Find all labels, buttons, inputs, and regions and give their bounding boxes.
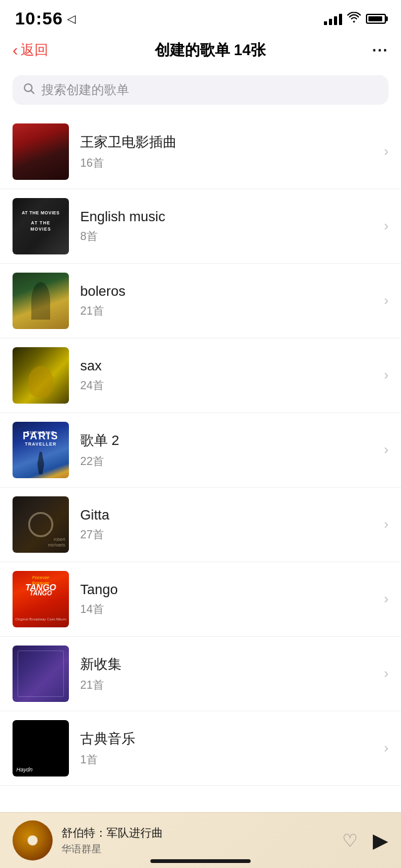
playlist-name: 古典音乐 [80, 729, 373, 748]
album-cover: EUPHONIC TRAVELLER PARIS [13, 422, 69, 478]
playlist-count: 24首 [80, 378, 373, 393]
playlist-name: Tango [80, 582, 373, 598]
chevron-right-icon: › [384, 442, 388, 458]
chevron-right-icon: › [384, 144, 388, 160]
album-cover [13, 273, 69, 329]
battery-fill [368, 16, 382, 21]
playlist-info: 新收集 21首 [80, 655, 373, 693]
playlist-info: boleros 21首 [80, 283, 373, 318]
search-icon [23, 82, 35, 98]
now-playing-artist: 华语群星 [61, 843, 333, 856]
list-item[interactable]: Forever TANGO Original Broadway Cast Alb… [0, 562, 401, 637]
signal-bar-2 [329, 19, 332, 25]
back-label: 返回 [21, 41, 48, 60]
playlist-count: 14首 [80, 602, 373, 617]
home-indicator [150, 859, 251, 863]
playlist-name: sax [80, 358, 373, 374]
play-button[interactable]: ▶ [373, 829, 388, 852]
heart-button[interactable]: ♡ [342, 830, 358, 851]
nav-title: 创建的歌单 14张 [155, 40, 266, 60]
chevron-right-icon: › [384, 740, 388, 756]
playlist-count: 1首 [80, 752, 373, 767]
playlist-name: Gitta [80, 507, 373, 523]
album-cover [13, 123, 69, 180]
playlist-info: 古典音乐 1首 [80, 729, 373, 767]
now-playing-controls: ♡ ▶ [342, 829, 388, 852]
search-container: 搜索创建的歌单 [0, 69, 401, 115]
cover-art: Haydn [13, 720, 69, 776]
album-cover: Forever TANGO Original Broadway Cast Alb… [13, 571, 69, 627]
chevron-right-icon: › [384, 293, 388, 309]
now-playing-title: 舒伯特：军队进行曲 [61, 825, 333, 840]
playlist-name: boleros [80, 283, 373, 300]
list-item[interactable]: 王家卫电影插曲 16首 › [0, 115, 401, 189]
signal-bar-4 [339, 14, 342, 25]
list-item[interactable]: boleros 21首 › [0, 264, 401, 338]
search-placeholder: 搜索创建的歌单 [41, 81, 129, 98]
cover-art: AT THEMOVIES [13, 198, 69, 254]
playlist-info: sax 24首 [80, 358, 373, 393]
chevron-left-icon: ‹ [13, 41, 18, 60]
back-button[interactable]: ‹ 返回 [13, 41, 48, 60]
chevron-right-icon: › [384, 367, 388, 384]
playlist-count: 21首 [80, 677, 373, 693]
list-item[interactable]: robertmichaels Gitta 27首 › [0, 488, 401, 562]
playlist-count: 8首 [80, 229, 373, 244]
list-item[interactable]: sax 24首 › [0, 338, 401, 413]
playlist-list: 王家卫电影插曲 16首 › AT THEMOVIES English music… [0, 115, 401, 849]
list-item[interactable]: 新收集 21首 › [0, 637, 401, 711]
playlist-count: 22首 [80, 454, 373, 469]
playlist-count: 21首 [80, 303, 373, 318]
playlist-info: 王家卫电影插曲 16首 [80, 133, 373, 170]
list-item[interactable]: AT THEMOVIES English music 8首 › [0, 189, 401, 264]
signal-bar-1 [324, 21, 327, 25]
cover-art: robertmichaels [13, 496, 69, 553]
wifi-icon [347, 12, 361, 26]
chevron-right-icon: › [384, 218, 388, 234]
list-item[interactable]: Haydn 古典音乐 1首 › [0, 711, 401, 786]
playlist-name: 新收集 [80, 655, 373, 674]
now-playing-info: 舒伯特：军队进行曲 华语群星 [61, 825, 333, 856]
cover-art [13, 273, 69, 329]
cover-art [13, 646, 69, 702]
chevron-right-icon: › [384, 666, 388, 682]
playlist-name: 歌单 2 [80, 431, 373, 450]
playlist-name: 王家卫电影插曲 [80, 133, 373, 152]
album-cover: Haydn [13, 720, 69, 776]
signal-bars [324, 13, 342, 25]
nav-bar: ‹ 返回 创建的歌单 14张 ··· [0, 34, 401, 69]
playlist-count: 27首 [80, 527, 373, 542]
playlist-count: 16首 [80, 155, 373, 170]
cover-art [13, 347, 69, 404]
status-time: 10:56 [15, 9, 63, 29]
signal-bar-3 [334, 16, 337, 25]
cover-art [13, 123, 69, 180]
list-item[interactable]: EUPHONIC TRAVELLER PARIS 歌单 2 22首 › [0, 413, 401, 488]
location-icon: ◁ [67, 12, 76, 26]
playlist-name: English music [80, 209, 373, 225]
playlist-info: English music 8首 [80, 209, 373, 244]
cover-art: Forever TANGO Original Broadway Cast Alb… [13, 571, 69, 627]
album-cover [13, 347, 69, 404]
chevron-right-icon: › [384, 516, 388, 533]
now-playing-thumbnail [13, 820, 53, 860]
playlist-info: Gitta 27首 [80, 507, 373, 542]
playlist-info: Tango 14首 [80, 582, 373, 617]
album-cover [13, 646, 69, 702]
status-icons [324, 12, 386, 26]
search-box[interactable]: 搜索创建的歌单 [13, 75, 388, 105]
album-cover: robertmichaels [13, 496, 69, 553]
cover-art: EUPHONIC TRAVELLER PARIS [13, 422, 69, 478]
status-bar: 10:56 ◁ [0, 0, 401, 34]
more-button[interactable]: ··· [372, 41, 388, 59]
chevron-right-icon: › [384, 591, 388, 607]
album-cover: AT THEMOVIES [13, 198, 69, 254]
battery-icon [366, 14, 386, 24]
playlist-info: 歌单 2 22首 [80, 431, 373, 469]
